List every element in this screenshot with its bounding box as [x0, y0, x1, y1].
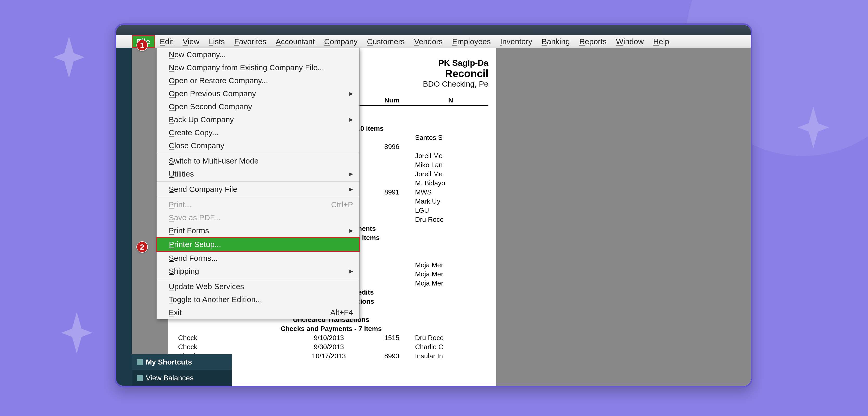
menu-employees[interactable]: Employees: [447, 36, 495, 47]
menu-customers[interactable]: Customers: [362, 36, 409, 47]
cell-num: [371, 342, 413, 351]
cell-name: M. Bidayo: [413, 179, 488, 188]
cell-name: Jorell Me: [413, 151, 488, 161]
menu-item-label: Save as PDF...: [169, 213, 220, 222]
file-menu-new-company-from-existing-company-file[interactable]: New Company from Existing Company File..…: [157, 61, 359, 74]
cell-name: Dru Roco: [413, 333, 488, 342]
cell-name: Insular In: [413, 351, 488, 360]
menu-shortcut: Alt+F4: [330, 308, 353, 317]
report-account: BDO Checking, Pe: [423, 79, 488, 89]
menu-item-label: Utilities: [169, 170, 194, 178]
cell-num: [371, 261, 413, 270]
cell-name: MWS: [413, 188, 488, 197]
cell-name: Jorell Me: [413, 170, 488, 179]
cell-num: 8996: [371, 142, 413, 151]
menu-item-label: Print...: [169, 200, 191, 209]
menu-favorites[interactable]: Favorites: [229, 36, 271, 47]
file-menu-shipping[interactable]: Shipping: [157, 265, 359, 278]
menu-company[interactable]: Company: [319, 36, 362, 47]
report-section: Checks and Payments - 7 items: [176, 324, 488, 333]
report-row: Check9/10/20131515Dru Roco: [176, 333, 488, 342]
my-shortcuts-label: My Shortcuts: [146, 358, 192, 366]
file-menu-update-web-services[interactable]: Update Web Services: [157, 280, 359, 293]
cell-num: [371, 161, 413, 170]
view-balances-tab[interactable]: View Balances: [132, 370, 232, 386]
cell-num: [371, 170, 413, 179]
file-menu-close-company[interactable]: Close Company: [157, 139, 359, 152]
cell-name: Moja Mer: [413, 261, 488, 270]
file-menu-send-forms[interactable]: Send Forms...: [157, 252, 359, 265]
file-menu-back-up-company[interactable]: Back Up Company: [157, 113, 359, 126]
menu-item-label: Shipping: [169, 267, 199, 276]
file-menu-send-company-file[interactable]: Send Company File: [157, 183, 359, 196]
cell-num: [371, 206, 413, 215]
menu-item-label: Printer Setup...: [169, 240, 221, 249]
cell-num: 8993: [371, 351, 413, 360]
file-menu-create-copy[interactable]: Create Copy...: [157, 126, 359, 139]
callout-1: 1: [136, 39, 148, 51]
menu-shortcut: Ctrl+P: [331, 200, 353, 209]
file-menu-print: Print...Ctrl+P: [157, 198, 359, 211]
menu-item-label: Open Previous Company: [169, 89, 256, 98]
menu-item-label: Send Forms...: [169, 254, 218, 263]
menu-accountant[interactable]: Accountant: [271, 36, 319, 47]
menu-item-label: Exit: [169, 308, 182, 317]
file-menu-switch-to-multi-user-mode[interactable]: Switch to Multi-user Mode: [157, 154, 359, 167]
menu-bar: FileEditViewListsFavoritesAccountantComp…: [116, 35, 751, 48]
cell-num: [371, 179, 413, 188]
balances-icon: [137, 375, 143, 381]
cell-type: Check: [176, 333, 287, 342]
cell-name: Dru Roco: [413, 215, 488, 224]
col-num: Num: [371, 95, 413, 106]
cell-name: Charlie C: [413, 342, 488, 351]
menu-item-label: Create Copy...: [169, 128, 218, 137]
shortcuts-icon: [137, 359, 143, 365]
col-n: N: [413, 95, 488, 106]
cell-name: Moja Mer: [413, 279, 488, 288]
menu-reports[interactable]: Reports: [575, 36, 611, 47]
app-window: 1 2 FileEditViewListsFavoritesAccountant…: [115, 24, 752, 387]
cell-name: LGU: [413, 206, 488, 215]
menu-window[interactable]: Window: [611, 36, 649, 47]
menu-edit[interactable]: Edit: [155, 36, 178, 47]
my-shortcuts-tab[interactable]: My Shortcuts: [132, 354, 232, 370]
menu-vendors[interactable]: Vendors: [409, 36, 447, 47]
file-menu-utilities[interactable]: Utilities: [157, 167, 359, 180]
menu-item-label: Print Forms: [169, 226, 209, 235]
view-balances-label: View Balances: [146, 374, 193, 382]
file-menu-open-previous-company[interactable]: Open Previous Company: [157, 87, 359, 100]
cell-date: 9/10/2013: [287, 333, 371, 342]
cell-name: [413, 251, 488, 261]
cell-name: Miko Lan: [413, 161, 488, 170]
menu-item-label: Open Second Company: [169, 102, 252, 111]
cell-num: 1515: [371, 333, 413, 342]
decorative-sparkle: [53, 36, 85, 78]
menu-lists[interactable]: Lists: [204, 36, 229, 47]
file-menu-exit[interactable]: ExitAlt+F4: [157, 306, 359, 319]
cell-type: Check: [176, 342, 287, 351]
menu-separator: [157, 197, 359, 197]
side-panel: My Shortcuts View Balances: [132, 354, 232, 386]
report-row: Check9/30/2013Charlie C: [176, 342, 488, 351]
file-menu-save-as-pdf: Save as PDF...: [157, 211, 359, 224]
report-company: PK Sagip-Da: [423, 58, 488, 68]
file-menu-open-second-company[interactable]: Open Second Company: [157, 100, 359, 113]
menu-view[interactable]: View: [178, 36, 204, 47]
menu-inventory[interactable]: Inventory: [495, 36, 537, 47]
file-menu-printer-setup[interactable]: Printer Setup...: [156, 237, 360, 252]
report-title: Reconcil: [423, 68, 488, 79]
cell-num: [371, 242, 413, 251]
cell-name: Moja Mer: [413, 270, 488, 279]
left-icon-rail: [116, 48, 132, 386]
callout-2: 2: [136, 241, 148, 253]
menu-help[interactable]: Help: [649, 36, 674, 47]
file-menu-toggle-to-another-edition[interactable]: Toggle to Another Edition...: [157, 293, 359, 306]
cell-name: Mark Uy: [413, 197, 488, 206]
file-menu-print-forms[interactable]: Print Forms: [157, 224, 359, 237]
file-menu-new-company[interactable]: New Company...: [157, 48, 359, 61]
cell-num: [371, 279, 413, 288]
file-menu-open-or-restore-company[interactable]: Open or Restore Company...: [157, 74, 359, 87]
cell-num: [371, 197, 413, 206]
cell-num: 8991: [371, 188, 413, 197]
menu-banking[interactable]: Banking: [537, 36, 574, 47]
